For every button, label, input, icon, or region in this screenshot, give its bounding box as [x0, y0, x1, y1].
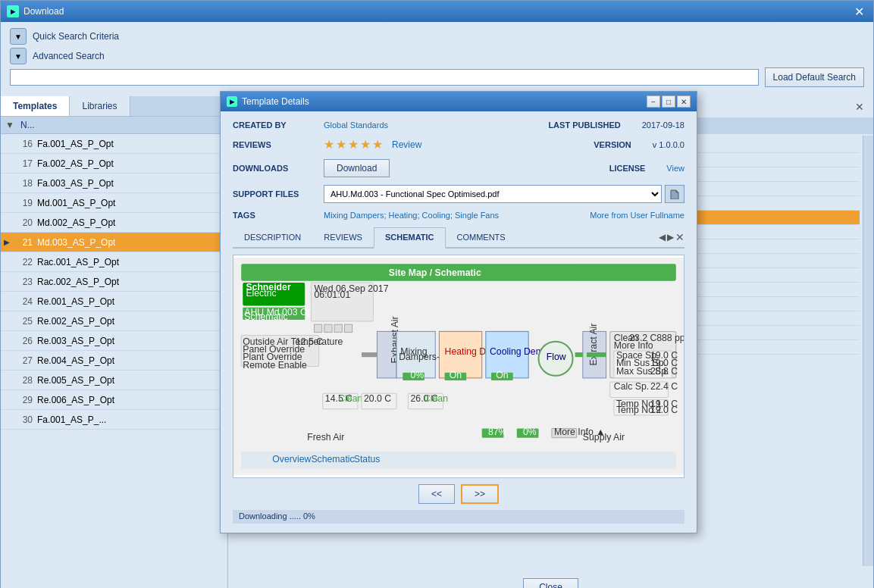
schematic-area: Site Map / Schematic Schneider Electric …: [233, 255, 684, 478]
modal-tab-close[interactable]: ✕: [675, 231, 684, 243]
list-item[interactable]: 20Md.002_AS_P_Opt: [1, 213, 227, 233]
support-files-label: SUPPORT FILES: [233, 189, 324, 199]
search-input[interactable]: [10, 69, 759, 86]
reviews-label: REVIEWS: [233, 140, 324, 149]
svg-text:Extract Air: Extract Air: [588, 324, 599, 366]
review-link[interactable]: Review: [392, 139, 421, 150]
tags-value: Mixing Dampers; Heating; Cooling; Single…: [324, 211, 499, 220]
modal-progress-label: Downloading ..... 0%: [239, 511, 315, 521]
star-2: ★: [336, 137, 346, 152]
list-item[interactable]: 22Rac.001_AS_P_Opt: [1, 252, 227, 272]
modal-close-btn[interactable]: ✕: [677, 95, 691, 108]
tags-scrollbar[interactable]: [863, 136, 873, 566]
svg-text:Flow: Flow: [547, 352, 566, 362]
star-1: ★: [324, 137, 334, 152]
list-item[interactable]: 28Re.005_AS_P_Opt: [1, 371, 227, 390]
list-item[interactable]: 27Re.004_AS_P_Opt: [1, 351, 227, 371]
modal-tabs: DESCRIPTION REVIEWS SCHEMATIC COMMENTS ◀…: [233, 227, 684, 249]
tab-templates[interactable]: Templates: [1, 96, 70, 116]
downloads-row: DOWNLOADS Download LICENSE View: [233, 159, 684, 177]
template-list: 16Fa.001_AS_P_Opt 17Fa.002_AS_P_Opt 18Fa…: [1, 134, 227, 588]
tab-reviews[interactable]: REVIEWS: [312, 227, 374, 247]
modal-progress-area: Downloading ..... 0%: [233, 510, 684, 524]
pagination: << >>: [233, 484, 684, 504]
list-item[interactable]: 24Re.001_AS_P_Opt: [1, 292, 227, 311]
template-details-modal: ▶ Template Details − □ ✕ CREATED BY Glob…: [220, 91, 697, 533]
svg-rect-15: [334, 324, 342, 332]
list-item[interactable]: 26Re.003_AS_P_Opt: [1, 331, 227, 351]
support-files-select[interactable]: AHU.Md.003 - Functional Spec Optimised.p…: [324, 185, 662, 203]
list-item[interactable]: 29Re.006_AS_P_Opt: [1, 390, 227, 410]
modal-controls: − □ ✕: [647, 95, 691, 108]
svg-text:Fresh Air: Fresh Air: [307, 432, 344, 443]
svg-text:Clean: Clean: [424, 393, 448, 404]
tab-description[interactable]: DESCRIPTION: [233, 227, 312, 247]
close-button[interactable]: ✕: [851, 5, 867, 19]
svg-text:06:01:01: 06:01:01: [315, 289, 351, 300]
list-header-name: N...: [20, 120, 223, 130]
quick-search-collapse[interactable]: ▼: [10, 28, 27, 45]
filter-icon[interactable]: ▼: [5, 120, 20, 130]
svg-text:Calc Sp.: Calc Sp.: [614, 381, 649, 392]
svg-text:0%: 0%: [411, 370, 424, 380]
reviews-row: REVIEWS ★ ★ ★ ★ ★ Review VERSION v 1.0.0…: [233, 137, 684, 152]
modal-minimize-btn[interactable]: −: [647, 95, 660, 108]
close-button-bottom[interactable]: Close: [523, 578, 578, 588]
svg-text:19.0 C: 19.0 C: [650, 405, 678, 415]
svg-text:Remote Enable: Remote Enable: [243, 360, 307, 371]
advanced-search-collapse[interactable]: ▼: [10, 48, 27, 64]
close-right-panel-button[interactable]: ✕: [852, 99, 867, 114]
search-input-row: Load Default Search: [10, 67, 864, 87]
tab-bar: Templates Libraries: [1, 96, 227, 117]
support-files-row: SUPPORT FILES AHU.Md.003 - Functional Sp…: [233, 185, 684, 203]
last-published-value: 2017-09-18: [642, 120, 684, 130]
tab-comments[interactable]: COMMENTS: [446, 227, 517, 247]
svg-text:Dampers-: Dampers-: [399, 352, 440, 362]
created-by-label: CREATED BY: [233, 120, 324, 130]
load-default-button[interactable]: Load Default Search: [765, 67, 864, 87]
download-button[interactable]: Download: [324, 159, 390, 177]
advanced-search-label: Advanced Search: [33, 51, 105, 61]
svg-text:20.0 C: 20.0 C: [364, 393, 391, 404]
svg-rect-14: [324, 324, 332, 332]
page-prev-btn[interactable]: <<: [418, 484, 455, 504]
list-item[interactable]: 18Fa.003_AS_P_Opt: [1, 174, 227, 193]
tab-nav-next[interactable]: ▶: [667, 232, 674, 242]
star-5: ★: [372, 137, 383, 152]
tags-label: TAGS: [233, 211, 324, 220]
version-value: v 1.0.0.0: [653, 140, 684, 149]
svg-text:Schematic: Schematic: [244, 311, 287, 322]
license-link[interactable]: View: [666, 164, 684, 173]
list-item[interactable]: 17Fa.002_AS_P_Opt: [1, 154, 227, 174]
tab-libraries[interactable]: Libraries: [70, 96, 130, 116]
list-item[interactable]: 19Md.001_AS_P_Opt: [1, 193, 227, 213]
svg-rect-16: [344, 324, 352, 332]
schematic-diagram: Site Map / Schematic Schneider Electric …: [233, 255, 684, 477]
list-header: ▼ N...: [1, 117, 227, 134]
list-item[interactable]: 30Fa.001_AS_P_...: [1, 410, 227, 430]
tab-schematic[interactable]: SCHEMATIC: [374, 227, 446, 249]
list-item[interactable]: 25Re.002_AS_P_Opt: [1, 311, 227, 331]
list-item[interactable]: 16Fa.001_AS_P_Opt: [1, 134, 227, 154]
svg-text:On: On: [496, 370, 509, 380]
svg-text:More Info: More Info: [614, 340, 653, 351]
list-item-selected[interactable]: ▶21Md.003_AS_P_Opt: [1, 233, 227, 252]
svg-text:Schematic: Schematic: [311, 454, 354, 464]
modal-maximize-btn[interactable]: □: [662, 95, 675, 108]
svg-rect-13: [315, 324, 322, 332]
toolbar: ▼ Quick Search Criteria ▼ Advanced Searc…: [1, 22, 873, 96]
tags-more-link[interactable]: More from User Fullname: [590, 211, 684, 220]
svg-text:Status: Status: [354, 454, 381, 464]
quick-search-row: ▼ Quick Search Criteria: [10, 28, 864, 45]
tab-nav-prev[interactable]: ◀: [659, 232, 666, 242]
advanced-search-row: ▼ Advanced Search: [10, 48, 864, 64]
page-next-btn[interactable]: >>: [461, 484, 499, 504]
downloads-label: DOWNLOADS: [233, 164, 324, 173]
list-item[interactable]: 23Rac.002_AS_P_Opt: [1, 272, 227, 292]
support-file-icon[interactable]: [665, 185, 684, 203]
tags-row: TAGS Mixing Dampers; Heating; Cooling; S…: [233, 211, 684, 220]
created-by-value[interactable]: Global Standards: [324, 120, 388, 130]
modal-icon: ▶: [227, 96, 237, 107]
svg-text:0%: 0%: [523, 427, 537, 437]
svg-text:On: On: [450, 370, 462, 380]
